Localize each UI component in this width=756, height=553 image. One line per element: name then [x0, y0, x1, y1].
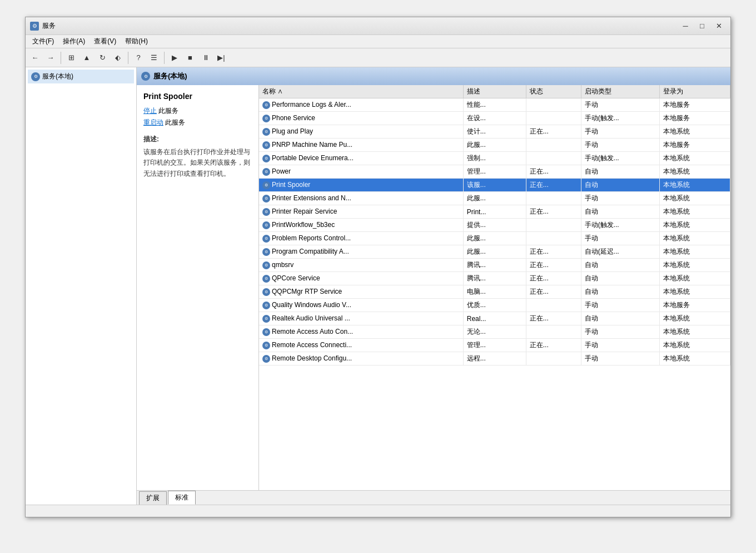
properties-button[interactable]: ☰: [147, 51, 161, 65]
table-row[interactable]: ⚙Printer Extensions and N...此服...手动本地系统: [259, 192, 730, 205]
refresh-button[interactable]: ↻: [95, 51, 110, 65]
col-header-status[interactable]: 状态: [526, 85, 581, 98]
table-row[interactable]: ⚙Remote Access Auto Con...无论...手动本地系统: [259, 325, 730, 339]
sidebar-item-label: 服务(本地): [42, 72, 73, 81]
service-table: 名称 ∧ 描述 状态 启动类型 登录为: [259, 85, 730, 98]
table-row[interactable]: ⚙Problem Reports Control...此服...手动本地系统: [259, 232, 730, 245]
table-row[interactable]: ⚙Print Spooler该服...正在...自动本地系统: [259, 179, 730, 192]
table-row[interactable]: ⚙Remote Access Connecti...管理...正在...手动本地…: [259, 339, 730, 352]
table-row[interactable]: ⚙Portable Device Enumera...强制...手动(触发...…: [259, 152, 730, 165]
stop-link[interactable]: 停止: [143, 107, 157, 115]
minimize-button[interactable]: ─: [678, 19, 693, 33]
service-status-cell: [526, 299, 581, 312]
bottom-tabs: 扩展 标准: [137, 490, 730, 505]
table-row[interactable]: ⚙Phone Service在设...手动(触发...本地服务: [259, 112, 730, 125]
menu-bar: 文件(F) 操作(A) 查看(V) 帮助(H): [26, 35, 730, 48]
service-name-cell: ⚙Printer Repair Service: [259, 205, 463, 219]
service-status-cell: 正在...: [526, 205, 581, 219]
up-button[interactable]: ▲: [79, 51, 94, 65]
service-icon: ⚙: [262, 168, 270, 176]
table-row[interactable]: ⚙Power管理...正在...自动本地系统: [259, 165, 730, 179]
service-login-cell: 本地系统: [659, 165, 730, 179]
service-desc-cell: 在设...: [463, 112, 526, 125]
service-status-cell: 正在...: [526, 125, 581, 139]
window-title: 服务: [42, 21, 678, 31]
service-desc-cell: 提供...: [463, 219, 526, 232]
table-row[interactable]: ⚙Plug and Play使计...正在...手动本地系统: [259, 125, 730, 139]
service-startup-cell: 手动: [581, 125, 659, 139]
help-button[interactable]: ?: [131, 51, 146, 65]
service-login-cell: 本地系统: [659, 245, 730, 259]
service-name-cell: ⚙QPCore Service: [259, 272, 463, 285]
restart-button[interactable]: ▶|: [214, 51, 228, 65]
service-status-cell: 正在...: [526, 179, 581, 192]
menu-view[interactable]: 查看(V): [89, 36, 121, 47]
service-login-cell: 本地系统: [659, 125, 730, 139]
menu-file[interactable]: 文件(F): [28, 36, 58, 47]
service-startup-cell: 自动: [581, 205, 659, 219]
service-desc-cell: 管理...: [463, 339, 526, 352]
service-status-cell: 正在...: [526, 165, 581, 179]
service-login-cell: 本地服务: [659, 112, 730, 125]
sidebar: ⚙ 服务(本地): [26, 67, 137, 505]
pause-button[interactable]: ⏸: [198, 51, 213, 65]
service-desc-cell: 此服...: [463, 192, 526, 205]
restart-link[interactable]: 重启动: [143, 119, 163, 126]
service-desc-cell: 无论...: [463, 325, 526, 339]
tab-standard[interactable]: 标准: [168, 491, 196, 505]
sidebar-item-local-services[interactable]: ⚙ 服务(本地): [28, 70, 134, 83]
show-hide-button[interactable]: ⊞: [64, 51, 78, 65]
panel-header-text: 服务(本地): [153, 71, 187, 81]
service-login-cell: 本地系统: [659, 312, 730, 325]
table-row[interactable]: ⚙Printer Repair ServicePrint...正在...自动本地…: [259, 205, 730, 219]
table-row[interactable]: ⚙Quality Windows Audio V...优质...手动本地服务: [259, 299, 730, 312]
table-row[interactable]: ⚙PrintWorkflow_5b3ec提供...手动(触发...本地系统: [259, 219, 730, 232]
stop-service-line: 停止 此服务: [143, 106, 252, 116]
export-button[interactable]: ⬖: [111, 51, 125, 65]
service-desc-cell: 电脑...: [463, 285, 526, 299]
desc-label: 描述:: [143, 134, 252, 145]
table-row[interactable]: ⚙Realtek Audio Universal ...Real...正在...…: [259, 312, 730, 325]
service-login-cell: 本地系统: [659, 285, 730, 299]
service-status-cell: [526, 219, 581, 232]
table-row[interactable]: ⚙qmbsrv腾讯...正在...自动本地系统: [259, 259, 730, 272]
close-button[interactable]: ✕: [712, 19, 726, 33]
service-icon: ⚙: [262, 221, 270, 229]
back-button[interactable]: ←: [28, 51, 42, 65]
col-header-desc[interactable]: 描述: [463, 85, 526, 98]
table-row[interactable]: ⚙QPCore Service腾讯...正在...自动本地系统: [259, 272, 730, 285]
stop-button[interactable]: ■: [183, 51, 197, 65]
tab-extended[interactable]: 扩展: [139, 491, 167, 505]
service-startup-cell: 手动: [581, 325, 659, 339]
table-row[interactable]: ⚙QQPCMgr RTP Service电脑...正在...自动本地系统: [259, 285, 730, 299]
service-name-cell: ⚙Quality Windows Audio V...: [259, 299, 463, 312]
maximize-button[interactable]: □: [695, 19, 709, 33]
service-login-cell: 本地系统: [659, 272, 730, 285]
service-status-cell: [526, 352, 581, 366]
service-icon: ⚙: [262, 342, 270, 349]
table-row[interactable]: ⚙PNRP Machine Name Pu...此服...手动本地服务: [259, 139, 730, 152]
service-icon: ⚙: [262, 181, 270, 189]
table-scroll[interactable]: ⚙Performance Logs & Aler...性能...手动本地服务⚙P…: [259, 98, 730, 490]
service-name-cell: ⚙Phone Service: [259, 112, 463, 125]
service-icon: ⚙: [262, 101, 270, 109]
table-row[interactable]: ⚙Remote Desktop Configu...远程...手动本地系统: [259, 352, 730, 366]
service-icon: ⚙: [262, 248, 270, 256]
service-login-cell: 本地系统: [659, 325, 730, 339]
col-header-login[interactable]: 登录为: [659, 85, 730, 98]
service-desc-cell: 性能...: [463, 98, 526, 112]
desc-pane: Print Spooler 停止 此服务 重启动 此服务 描述: 该服务在后台执…: [137, 85, 259, 490]
table-row[interactable]: ⚙Performance Logs & Aler...性能...手动本地服务: [259, 98, 730, 112]
col-header-name[interactable]: 名称 ∧: [259, 85, 463, 98]
menu-help[interactable]: 帮助(H): [121, 36, 152, 47]
menu-action[interactable]: 操作(A): [58, 36, 89, 47]
table-row[interactable]: ⚙Program Compatibility A...此服...正在...自动(…: [259, 245, 730, 259]
forward-button[interactable]: →: [43, 51, 58, 65]
play-button[interactable]: ▶: [167, 51, 182, 65]
table-header-row: 名称 ∧ 描述 状态 启动类型 登录为: [259, 85, 730, 98]
stop-text: 此服务: [158, 107, 178, 115]
service-startup-cell: 自动(延迟...: [581, 245, 659, 259]
service-icon: ⚙: [262, 208, 270, 216]
col-header-startup[interactable]: 启动类型: [581, 85, 659, 98]
service-login-cell: 本地系统: [659, 339, 730, 352]
